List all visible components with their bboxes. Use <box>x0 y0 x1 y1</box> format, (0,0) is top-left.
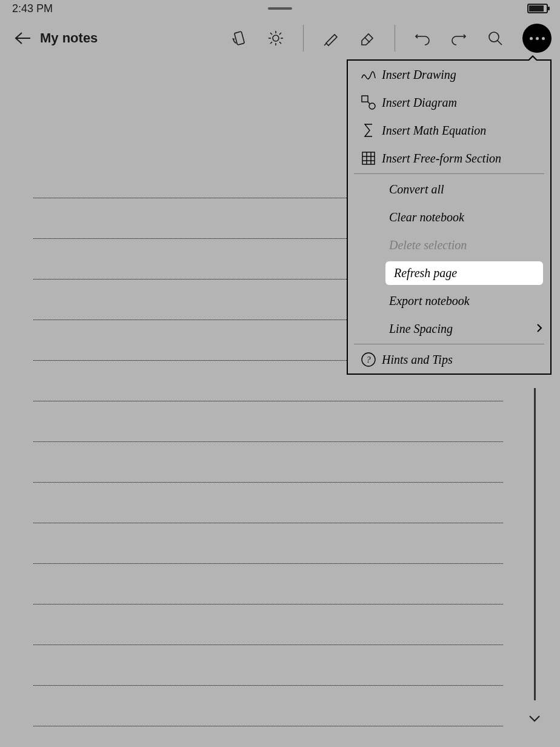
drag-handle-icon[interactable] <box>268 7 292 10</box>
menu-export-notebook[interactable]: Export notebook <box>348 287 550 315</box>
svg-line-14 <box>498 41 502 45</box>
battery-icon <box>527 4 548 13</box>
more-button[interactable] <box>522 24 552 53</box>
battery-fill <box>529 5 544 12</box>
ruled-line <box>33 483 503 523</box>
ruled-line <box>33 564 503 605</box>
svg-line-11 <box>324 43 327 45</box>
more-menu: Insert Drawing Insert Diagram Insert Mat… <box>347 59 552 375</box>
menu-insert-diagram[interactable]: Insert Diagram <box>348 89 550 116</box>
menu-label: Clear notebook <box>389 210 543 224</box>
help-icon: ? <box>355 351 382 368</box>
grid-icon <box>355 150 382 167</box>
menu-label: Insert Math Equation <box>382 124 543 138</box>
rotate-button[interactable] <box>230 29 248 47</box>
menu-label: Convert all <box>389 183 543 196</box>
menu-convert-all[interactable]: Convert all <box>348 175 550 203</box>
dot-icon <box>542 37 545 40</box>
pen-button[interactable] <box>322 29 340 47</box>
svg-point-2 <box>273 35 279 41</box>
dot-icon <box>530 37 533 40</box>
menu-refresh-page[interactable]: Refresh page <box>348 259 550 287</box>
eraser-icon <box>359 30 376 47</box>
toolbar-divider <box>303 25 304 52</box>
scroll-down-button[interactable] <box>528 714 541 725</box>
chevron-down-icon <box>528 714 541 723</box>
menu-line-spacing[interactable]: Line Spacing <box>348 315 550 343</box>
brightness-button[interactable] <box>267 29 285 47</box>
svg-rect-18 <box>362 152 375 164</box>
menu-label: Line Spacing <box>389 322 536 336</box>
toolbar-divider <box>395 25 395 52</box>
menu-clear-notebook[interactable]: Clear notebook <box>348 203 550 231</box>
svg-text:?: ? <box>367 355 371 364</box>
search-icon <box>487 30 504 47</box>
back-button[interactable]: My notes <box>15 30 98 46</box>
menu-label: Refresh page <box>385 261 543 285</box>
menu-label: Export notebook <box>389 294 543 308</box>
ruled-line <box>33 442 503 483</box>
menu-delete-selection: Delete selection <box>348 231 550 259</box>
undo-button[interactable] <box>413 29 432 47</box>
ruled-line <box>33 645 503 686</box>
menu-label: Insert Diagram <box>382 96 543 110</box>
menu-label: Hints and Tips <box>382 353 543 367</box>
status-bar: 2:43 PM <box>0 0 560 17</box>
brightness-icon <box>267 30 284 47</box>
page-title: My notes <box>40 30 98 46</box>
svg-line-7 <box>270 33 272 35</box>
status-time: 2:43 PM <box>12 2 53 15</box>
menu-separator <box>354 344 544 344</box>
toolbar-icons <box>230 24 552 53</box>
svg-line-17 <box>368 102 370 104</box>
undo-icon <box>414 30 431 47</box>
ruled-line <box>33 401 503 442</box>
redo-button[interactable] <box>450 29 468 47</box>
ruled-line <box>33 523 503 564</box>
svg-line-9 <box>270 42 272 44</box>
arrow-left-icon <box>15 31 32 45</box>
menu-label: Delete selection <box>389 238 543 252</box>
chevron-right-icon <box>536 322 543 336</box>
svg-line-8 <box>279 42 281 44</box>
menu-insert-drawing[interactable]: Insert Drawing <box>348 61 550 89</box>
menu-insert-math[interactable]: Insert Math Equation <box>348 116 550 144</box>
dot-icon <box>536 37 539 40</box>
ruled-line <box>33 605 503 645</box>
diagram-icon <box>355 94 382 111</box>
svg-line-10 <box>279 33 281 35</box>
ruled-line <box>33 686 503 726</box>
menu-label: Insert Free-form Section <box>382 152 543 166</box>
sigma-icon <box>355 122 382 139</box>
menu-hints-tips[interactable]: ? Hints and Tips <box>348 346 550 373</box>
svg-point-13 <box>489 32 499 42</box>
eraser-button[interactable] <box>358 29 376 47</box>
svg-rect-15 <box>362 96 368 102</box>
scrollbar[interactable] <box>534 388 536 700</box>
menu-separator <box>354 173 544 174</box>
menu-insert-freeform[interactable]: Insert Free-form Section <box>348 144 550 172</box>
rotate-icon <box>231 30 248 47</box>
toolbar: My notes <box>0 17 560 59</box>
menu-label: Insert Drawing <box>382 68 543 82</box>
search-button[interactable] <box>486 29 504 47</box>
redo-icon <box>450 30 467 47</box>
svg-line-12 <box>365 38 370 42</box>
svg-point-16 <box>369 103 375 109</box>
pen-icon <box>322 30 339 47</box>
drawing-icon <box>355 66 382 83</box>
